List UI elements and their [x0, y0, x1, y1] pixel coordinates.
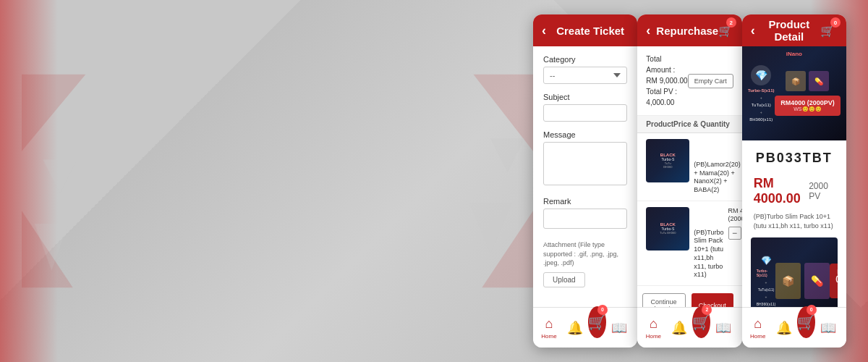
repurchase-header: ‹ Repurchase 🛒 2: [637, 14, 741, 46]
book-icon-3: 📖: [820, 320, 836, 336]
nav-bell-3[interactable]: 🔔: [771, 320, 797, 336]
bell-icon-2: 🔔: [671, 320, 687, 336]
hero-plus-2: +: [760, 110, 762, 114]
product-thumbnail-1: BLACK Turbo-S TuTu BH360: [646, 139, 689, 182]
category-label: Category: [543, 55, 627, 64]
detail-turbo-label: Turbo-S(x11): [757, 269, 776, 277]
home-label-1: Home: [541, 333, 556, 340]
product-code: PB033TBT: [754, 151, 835, 166]
checkout-button[interactable]: Checkout: [692, 293, 733, 307]
create-ticket-screen: ‹ Create Ticket Category -- Subject Mess…: [533, 14, 637, 348]
detail-box-icon-1: 📦: [782, 275, 794, 287]
repurchase-content: Total Amount : RM 9,000.00 Total PV : 4,…: [637, 46, 741, 307]
nav-book-1[interactable]: 📖: [606, 320, 632, 336]
header-cart-3[interactable]: 🛒 0: [817, 20, 838, 41]
product-price-2: RM 4,000.00 (2000 PV): [728, 207, 742, 224]
header-cart-2[interactable]: 🛒 2: [718, 20, 733, 41]
product-hero-display: 💎 Turbo-S(x11) + TuTu(x11) + BH360(x11) …: [742, 46, 846, 140]
nav-cart-1[interactable]: 🛒 0: [588, 306, 606, 338]
subject-label: Subject: [543, 93, 627, 101]
product-detail-display: 💎 Turbo-S(x11) + TuTu(x11) + BH360(x11) …: [751, 237, 838, 307]
product-detail-header: ‹ Product Detail 🛒 0: [742, 14, 846, 46]
detail-product-boxes: 📦 💊: [775, 263, 830, 299]
cart-icon-2: 🛒: [692, 313, 710, 331]
home-icon-1: ⌂: [545, 316, 553, 332]
nav-book-2[interactable]: 📖: [710, 320, 736, 336]
detail-box-icon-2: 💊: [811, 275, 823, 287]
remark-label: Remark: [543, 197, 627, 206]
product-details-1: (PB)Lamor2(20) + Mama(20) + NanoX(2) + B…: [694, 139, 741, 195]
cart-badge-3: 0: [807, 305, 817, 315]
table-header: Product Price & Quantity: [637, 116, 741, 133]
detail-bh-label: BH360(x11): [757, 302, 776, 306]
bottom-nav-1: ⌂ Home 🔔 🛒 0 📖 👤: [533, 307, 637, 348]
hero-pill-row: 📦 💊: [786, 71, 829, 91]
detail-price-text: RM4000 (2000PV): [835, 268, 838, 282]
back-button-2[interactable]: ‹: [646, 23, 650, 38]
message-textarea[interactable]: [543, 142, 627, 185]
svg-marker-6: [469, 202, 512, 253]
svg-marker-5: [490, 138, 524, 172]
remark-textarea[interactable]: [543, 209, 627, 229]
product-row-2: BLACK Turbo-S TuTu BH360 (PB)Turbo Slim …: [637, 201, 741, 286]
nav-person-3[interactable]: 👤: [841, 320, 846, 336]
detail-ws-text: WS😊😊😊: [835, 282, 838, 294]
create-ticket-content: Category -- Subject Message Remark: [533, 46, 637, 307]
detail-box-2: 💊: [804, 263, 830, 299]
hero-plus-1: +: [760, 96, 762, 100]
detail-plus-2: +: [765, 295, 767, 299]
product-description: (PB)Turbo Slim Pack 10+1 (tutu x11,bh x1…: [742, 212, 846, 237]
cart-action-buttons: Continue Shopping Checkout: [637, 286, 741, 307]
cart-badge-header-2: 2: [726, 17, 736, 28]
nav-bell-1[interactable]: 🔔: [562, 320, 588, 336]
category-select[interactable]: --: [543, 67, 627, 84]
nav-cart-2[interactable]: 🛒 2: [692, 306, 710, 338]
qty-minus-2[interactable]: −: [728, 227, 741, 240]
message-group: Message: [543, 130, 627, 188]
hero-price-text: RM4000 (2000PV): [780, 99, 835, 106]
total-pv: Total PV : 4,000.00: [646, 86, 687, 108]
hero-product-box-2: 💊: [809, 71, 829, 91]
home-label-2: Home: [646, 333, 661, 340]
nav-person-2[interactable]: 👤: [736, 320, 741, 336]
bottom-nav-2: ⌂ Home 🔔 🛒 2 📖 👤: [637, 307, 741, 348]
nav-bell-2[interactable]: 🔔: [666, 320, 692, 336]
ticket-form: Category -- Subject Message Remark: [533, 46, 637, 305]
subject-group: Subject: [543, 93, 627, 122]
hero-ws-text: WS😊😊😊: [780, 106, 835, 112]
repurchase-title: Repurchase: [656, 25, 718, 37]
cart-badge-2: 2: [702, 305, 712, 315]
col-price-header: Price & Quantity: [673, 120, 733, 128]
back-button-3[interactable]: ‹: [751, 23, 755, 38]
repurchase-screen: ‹ Repurchase 🛒 2 Total Amount : RM 9,000…: [637, 14, 741, 348]
nav-person-1[interactable]: 👤: [632, 320, 637, 336]
attachment-group: Attachment (File type supported : .gif, …: [543, 240, 627, 287]
hero-turbo-label: Turbo-S(x11): [748, 88, 775, 93]
product-hero-image: iNano 💎 Turbo-S(x11) + TuTu(x11) + BH360…: [742, 46, 846, 140]
nav-home-2[interactable]: ⌂ Home: [640, 316, 666, 340]
detail-diamond-icon: 💎: [761, 256, 772, 266]
back-button-1[interactable]: ‹: [542, 23, 546, 38]
nav-home-3[interactable]: ⌂ Home: [745, 316, 771, 340]
detail-product-list: 💎 Turbo-S(x11) + TuTu(x11) + BH360(x11): [757, 256, 776, 306]
qty-controls-2: − 1 +: [728, 227, 742, 240]
continue-shopping-button[interactable]: Continue Shopping: [642, 293, 686, 307]
create-ticket-title: Create Ticket: [552, 25, 629, 37]
svg-marker-3: [482, 211, 533, 287]
upload-button[interactable]: Upload: [543, 272, 585, 287]
subject-input[interactable]: [543, 104, 627, 122]
nav-book-3[interactable]: 📖: [815, 320, 841, 336]
nav-cart-3[interactable]: 🛒 0: [797, 306, 815, 338]
hero-product-images: 📦 💊 RM4000 (2000PV) WS😊😊😊: [775, 71, 841, 116]
total-amount: Total Amount : RM 9,000.00: [646, 54, 687, 86]
product-price-qty-2: RM 4,000.00 (2000 PV) − 1 +: [728, 207, 742, 240]
product-detail-title: Product Detail: [761, 18, 817, 43]
nav-home-1[interactable]: ⌂ Home: [536, 316, 562, 340]
empty-cart-button[interactable]: Empty Cart: [688, 74, 733, 88]
product-main-price: RM 4000.00: [754, 176, 809, 206]
book-icon-1: 📖: [611, 320, 627, 336]
bell-icon-1: 🔔: [567, 320, 583, 336]
hero-tutu-label: TuTu(x11): [752, 103, 771, 107]
cart-badge-1: 0: [597, 305, 608, 315]
summary-text: Total Amount : RM 9,000.00 Total PV : 4,…: [646, 54, 687, 108]
